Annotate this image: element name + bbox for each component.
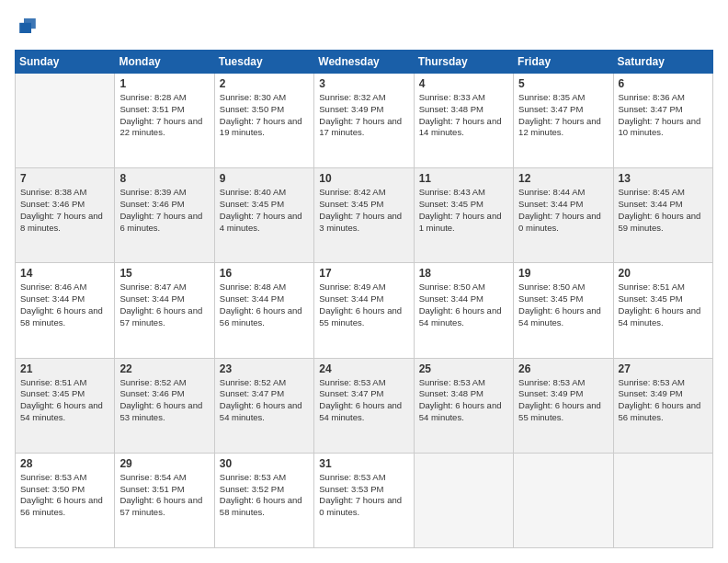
calendar-cell: 8Sunrise: 8:39 AM Sunset: 3:46 PM Daylig… [115,168,214,263]
calendar-cell: 7Sunrise: 8:38 AM Sunset: 3:46 PM Daylig… [16,168,115,263]
day-number: 26 [518,362,608,375]
calendar-cell: 22Sunrise: 8:52 AM Sunset: 3:46 PM Dayli… [115,358,214,453]
day-number: 11 [419,172,508,185]
calendar-cell: 17Sunrise: 8:49 AM Sunset: 3:44 PM Dayli… [314,263,414,358]
day-number: 23 [220,362,309,375]
header [15,15,713,40]
svg-marker-1 [19,23,31,33]
calendar-cell: 13Sunrise: 8:45 AM Sunset: 3:44 PM Dayli… [613,168,712,263]
day-number: 30 [220,457,309,470]
day-number: 24 [319,362,408,375]
calendar-cell: 31Sunrise: 8:53 AM Sunset: 3:53 PM Dayli… [314,453,414,547]
calendar-table: Sunday Monday Tuesday Wednesday Thursday… [15,50,713,548]
day-info: Sunrise: 8:40 AM Sunset: 3:45 PM Dayligh… [220,187,309,234]
day-info: Sunrise: 8:51 AM Sunset: 3:45 PM Dayligh… [20,377,109,424]
day-number: 14 [20,267,109,280]
day-info: Sunrise: 8:36 AM Sunset: 3:47 PM Dayligh… [619,92,708,139]
day-info: Sunrise: 8:48 AM Sunset: 3:44 PM Dayligh… [220,282,309,328]
day-number: 31 [319,457,408,470]
day-number: 17 [319,267,408,280]
calendar-cell: 23Sunrise: 8:52 AM Sunset: 3:47 PM Dayli… [214,358,313,453]
day-number: 18 [419,267,508,280]
day-info: Sunrise: 8:53 AM Sunset: 3:50 PM Dayligh… [20,472,109,519]
col-saturday: Saturday [613,51,712,74]
day-info: Sunrise: 8:52 AM Sunset: 3:47 PM Dayligh… [220,377,309,424]
logo [15,15,42,40]
calendar-cell: 25Sunrise: 8:53 AM Sunset: 3:48 PM Dayli… [414,358,513,453]
day-number: 15 [119,267,209,280]
day-number: 12 [518,172,608,185]
day-info: Sunrise: 8:46 AM Sunset: 3:44 PM Dayligh… [20,282,109,328]
col-friday: Friday [514,51,613,74]
col-wednesday: Wednesday [314,51,414,74]
calendar-week-row: 14Sunrise: 8:46 AM Sunset: 3:44 PM Dayli… [16,263,713,358]
day-number: 28 [20,457,109,470]
day-info: Sunrise: 8:50 AM Sunset: 3:44 PM Dayligh… [419,282,508,328]
day-info: Sunrise: 8:38 AM Sunset: 3:46 PM Dayligh… [20,187,109,234]
calendar-cell [613,453,712,547]
calendar-week-row: 1Sunrise: 8:28 AM Sunset: 3:51 PM Daylig… [16,74,713,168]
day-number: 25 [419,362,508,375]
calendar-cell [16,74,115,168]
day-info: Sunrise: 8:50 AM Sunset: 3:45 PM Dayligh… [518,282,608,328]
day-number: 20 [619,267,708,280]
col-tuesday: Tuesday [214,51,313,74]
calendar-cell: 5Sunrise: 8:35 AM Sunset: 3:47 PM Daylig… [514,74,613,168]
day-info: Sunrise: 8:32 AM Sunset: 3:49 PM Dayligh… [319,92,408,139]
day-info: Sunrise: 8:44 AM Sunset: 3:44 PM Dayligh… [518,187,608,234]
calendar-cell: 3Sunrise: 8:32 AM Sunset: 3:49 PM Daylig… [314,74,414,168]
page: Sunday Monday Tuesday Wednesday Thursday… [0,0,728,563]
day-number: 27 [619,362,708,375]
day-number: 7 [20,172,109,185]
col-sunday: Sunday [16,51,115,74]
day-number: 5 [518,77,608,90]
calendar-cell: 6Sunrise: 8:36 AM Sunset: 3:47 PM Daylig… [613,74,712,168]
day-number: 1 [119,77,209,90]
calendar-cell [514,453,613,547]
day-info: Sunrise: 8:47 AM Sunset: 3:44 PM Dayligh… [119,282,209,328]
col-thursday: Thursday [414,51,513,74]
day-number: 4 [419,77,508,90]
calendar-cell: 2Sunrise: 8:30 AM Sunset: 3:50 PM Daylig… [214,74,313,168]
day-info: Sunrise: 8:30 AM Sunset: 3:50 PM Dayligh… [220,92,309,139]
day-number: 21 [20,362,109,375]
day-number: 29 [119,457,209,470]
calendar-cell: 29Sunrise: 8:54 AM Sunset: 3:51 PM Dayli… [115,453,214,547]
calendar-cell: 9Sunrise: 8:40 AM Sunset: 3:45 PM Daylig… [214,168,313,263]
day-info: Sunrise: 8:49 AM Sunset: 3:44 PM Dayligh… [319,282,408,328]
day-info: Sunrise: 8:53 AM Sunset: 3:49 PM Dayligh… [619,377,708,424]
calendar-week-row: 21Sunrise: 8:51 AM Sunset: 3:45 PM Dayli… [16,358,713,453]
calendar-cell: 24Sunrise: 8:53 AM Sunset: 3:47 PM Dayli… [314,358,414,453]
calendar-cell: 19Sunrise: 8:50 AM Sunset: 3:45 PM Dayli… [514,263,613,358]
calendar-header-row: Sunday Monday Tuesday Wednesday Thursday… [16,51,713,74]
logo-icon [17,15,39,37]
calendar-cell: 27Sunrise: 8:53 AM Sunset: 3:49 PM Dayli… [613,358,712,453]
calendar-cell: 4Sunrise: 8:33 AM Sunset: 3:48 PM Daylig… [414,74,513,168]
day-info: Sunrise: 8:53 AM Sunset: 3:49 PM Dayligh… [518,377,608,424]
day-info: Sunrise: 8:53 AM Sunset: 3:48 PM Dayligh… [419,377,508,424]
calendar-cell: 11Sunrise: 8:43 AM Sunset: 3:45 PM Dayli… [414,168,513,263]
day-info: Sunrise: 8:39 AM Sunset: 3:46 PM Dayligh… [119,187,209,234]
day-info: Sunrise: 8:51 AM Sunset: 3:45 PM Dayligh… [619,282,708,328]
calendar-cell: 1Sunrise: 8:28 AM Sunset: 3:51 PM Daylig… [115,74,214,168]
calendar-cell: 15Sunrise: 8:47 AM Sunset: 3:44 PM Dayli… [115,263,214,358]
calendar-cell: 18Sunrise: 8:50 AM Sunset: 3:44 PM Dayli… [414,263,513,358]
calendar-cell: 30Sunrise: 8:53 AM Sunset: 3:52 PM Dayli… [214,453,313,547]
day-info: Sunrise: 8:52 AM Sunset: 3:46 PM Dayligh… [119,377,209,424]
day-info: Sunrise: 8:43 AM Sunset: 3:45 PM Dayligh… [419,187,508,234]
calendar-week-row: 28Sunrise: 8:53 AM Sunset: 3:50 PM Dayli… [16,453,713,547]
col-monday: Monday [115,51,214,74]
calendar-cell: 16Sunrise: 8:48 AM Sunset: 3:44 PM Dayli… [214,263,313,358]
day-info: Sunrise: 8:45 AM Sunset: 3:44 PM Dayligh… [619,187,708,234]
day-info: Sunrise: 8:42 AM Sunset: 3:45 PM Dayligh… [319,187,408,234]
day-number: 2 [220,77,309,90]
calendar-cell [414,453,513,547]
day-number: 22 [119,362,209,375]
day-number: 10 [319,172,408,185]
calendar-cell: 26Sunrise: 8:53 AM Sunset: 3:49 PM Dayli… [514,358,613,453]
day-number: 8 [119,172,209,185]
calendar-week-row: 7Sunrise: 8:38 AM Sunset: 3:46 PM Daylig… [16,168,713,263]
day-info: Sunrise: 8:35 AM Sunset: 3:47 PM Dayligh… [518,92,608,139]
day-number: 6 [619,77,708,90]
day-number: 13 [619,172,708,185]
